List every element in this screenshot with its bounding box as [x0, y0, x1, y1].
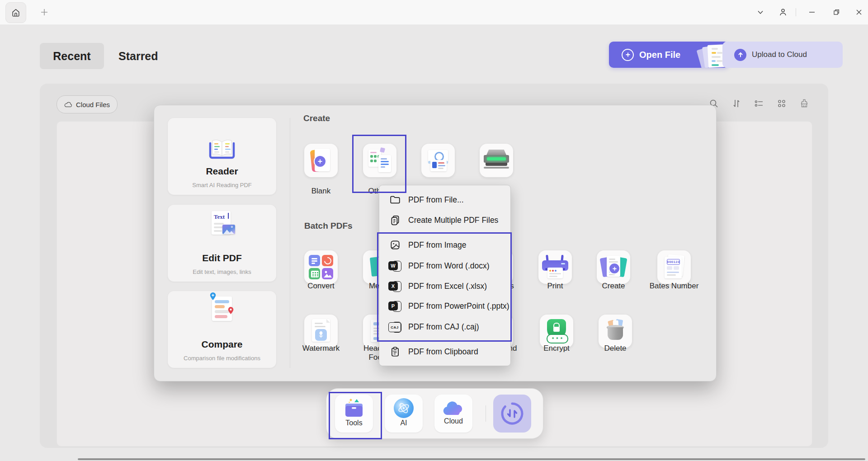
menu-item-pdf-from-excel[interactable]: X PDF from Excel (.xlsx): [379, 276, 510, 296]
menu-item-create-multiple[interactable]: Create Multiple PDF Files: [379, 210, 510, 230]
id-card-icon: [426, 149, 450, 172]
batch-create-label: Create: [584, 282, 643, 291]
convert-icon: [309, 255, 333, 279]
menu-item-pdf-from-word[interactable]: W PDF from Word (.docx): [379, 256, 510, 276]
menu-item-pdf-from-image[interactable]: PDF from Image: [379, 235, 510, 255]
home-tab-button[interactable]: [5, 2, 26, 23]
tab-starred-label: Starred: [118, 50, 158, 63]
batch-item-print[interactable]: [538, 250, 572, 284]
powerpoint-file-icon: P: [388, 300, 402, 312]
create-item-4[interactable]: [480, 144, 513, 177]
dock-tools-label: Tools: [345, 419, 362, 427]
create-item-others[interactable]: [363, 144, 396, 177]
user-icon: [778, 8, 788, 17]
dock-item-tools[interactable]: Tools: [335, 395, 373, 433]
batch-watermark-label: Watermark: [292, 344, 350, 353]
pin-blue: [209, 292, 217, 301]
menu-item-label: PDF from File...: [408, 195, 464, 205]
print-icon: [542, 255, 569, 279]
compare-icon: [209, 291, 235, 334]
folder-icon: [388, 194, 402, 206]
upload-to-cloud-button[interactable]: Upload to Cloud: [722, 42, 843, 68]
upload-arrow-icon: [734, 49, 746, 61]
menu-item-label: PDF from Image: [408, 240, 466, 250]
menu-item-pdf-from-caj[interactable]: CAJ PDF from CAJ (.caj): [379, 317, 510, 337]
tab-recent[interactable]: Recent: [40, 43, 104, 69]
encrypt-shield-icon: * * *: [545, 319, 568, 343]
window-menu-chevron[interactable]: [751, 6, 769, 19]
titlebar: [0, 0, 868, 25]
dock-cloud-label: Cloud: [444, 417, 463, 425]
copy-docs-icon: [388, 214, 402, 226]
tab-starred[interactable]: Starred: [113, 43, 164, 69]
scanner-icon: [483, 150, 509, 171]
minimize-button[interactable]: [803, 6, 821, 19]
batch-item-delete[interactable]: [599, 315, 632, 348]
batch-item-convert[interactable]: [304, 250, 338, 284]
sort-icon: [731, 98, 742, 109]
create-item-3[interactable]: [421, 144, 455, 177]
home-icon: [11, 8, 21, 18]
word-file-icon: W: [388, 260, 402, 272]
cloud-files-filter[interactable]: Cloud Files: [57, 95, 118, 113]
card-edit-pdf[interactable]: Text Edit PDF Edit text, images, links: [168, 205, 276, 282]
restore-button[interactable]: [827, 6, 845, 19]
dock-divider: [486, 405, 486, 422]
list-view-button[interactable]: [752, 97, 766, 110]
menu-item-label: PDF from CAJ (.caj): [408, 322, 479, 332]
clean-button[interactable]: [797, 97, 811, 110]
card-reader[interactable]: Reader Smart AI Reading PDF: [168, 118, 276, 195]
bottom-dock: Tools AI Cloud: [326, 388, 543, 439]
caj-file-icon: CAJ: [388, 321, 402, 333]
card-edit-title: Edit PDF: [202, 253, 242, 263]
plus-icon: [40, 8, 49, 17]
create-pdf-context-menu: PDF from File... Create Multiple PDF Fil…: [379, 185, 511, 366]
menu-item-pdf-from-powerpoint[interactable]: P PDF from PowerPoint (.pptx): [379, 296, 510, 316]
card-compare-subtitle: Comparison file modifications: [184, 355, 260, 362]
blank-pdf-icon: [310, 148, 332, 173]
image-icon: [388, 239, 402, 251]
reader-book-icon: [208, 118, 236, 160]
titlebar-divider: [796, 8, 796, 16]
cloud-gradient-icon: [442, 400, 465, 416]
trash-can-icon: [604, 320, 627, 343]
photo-thumbnail: [222, 225, 235, 234]
menu-item-label: Create Multiple PDF Files: [408, 216, 498, 225]
create-heading: Create: [303, 113, 330, 123]
batch-item-create[interactable]: [597, 250, 630, 284]
restore-icon: [833, 9, 840, 16]
menu-item-pdf-from-file[interactable]: PDF from File...: [379, 190, 510, 210]
batch-item-watermark[interactable]: [304, 315, 338, 348]
broom-icon: [799, 98, 810, 109]
dock-ai-label: AI: [400, 419, 407, 427]
close-button[interactable]: [850, 6, 868, 19]
create-item-blank[interactable]: [304, 144, 338, 177]
batch-item-bates[interactable]: 000123: [657, 250, 691, 284]
menu-item-label: PDF from Word (.docx): [408, 261, 490, 271]
batch-bates-label: Bates Number: [645, 282, 703, 291]
dock-item-cloud[interactable]: Cloud: [434, 395, 472, 433]
dock-item-ai[interactable]: AI: [385, 395, 423, 433]
new-tab-button[interactable]: [38, 6, 51, 19]
dock-item-sync[interactable]: [493, 395, 531, 433]
account-button[interactable]: [774, 6, 792, 19]
cloud-files-label: Cloud Files: [76, 101, 110, 108]
card-compare[interactable]: Compare Comparison file modifications: [168, 291, 276, 368]
tab-recent-label: Recent: [53, 50, 90, 63]
card-edit-subtitle: Edit text, images, links: [193, 268, 251, 275]
sort-button[interactable]: [730, 97, 743, 110]
app-window: Recent Starred Open File: [0, 0, 868, 461]
modal-divider: [290, 118, 290, 368]
batch-item-encrypt[interactable]: * * *: [540, 315, 573, 348]
grid-view-button[interactable]: [775, 97, 788, 110]
grid-view-icon: [776, 98, 787, 109]
open-file-button[interactable]: Open File: [609, 42, 729, 68]
cloud-icon: [64, 101, 72, 108]
menu-item-pdf-from-clipboard[interactable]: PDF from Clipboard: [379, 342, 510, 362]
edit-pdf-icon: Text: [208, 205, 236, 247]
create-item-blank-label: Blank: [292, 187, 350, 196]
watermark-icon: [310, 319, 332, 343]
tools-icon: [343, 398, 365, 418]
excel-file-icon: X: [388, 280, 402, 292]
batch-encrypt-label: Encrypt: [527, 344, 586, 353]
